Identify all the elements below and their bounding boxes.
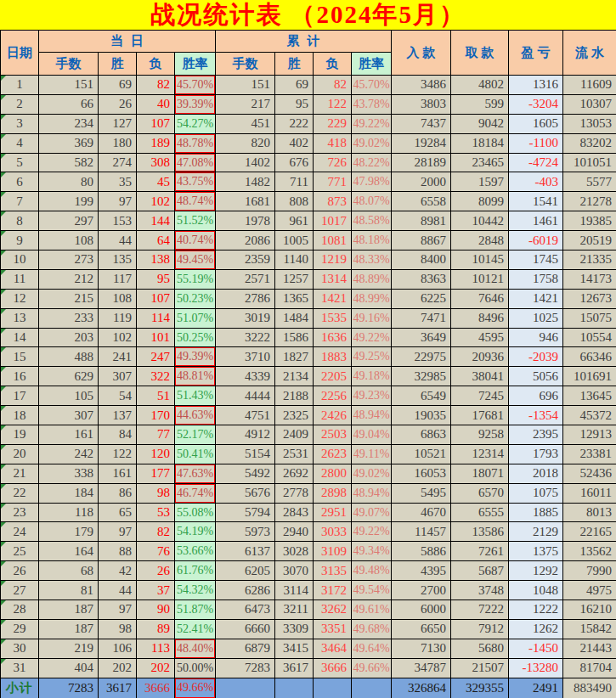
cum-hands-cell[interactable]: 6473	[216, 600, 275, 620]
daily-loss-cell[interactable]: 107	[137, 114, 175, 133]
daily-loss-cell[interactable]: 101	[137, 328, 175, 347]
cum-hands-cell[interactable]: 3019	[216, 308, 275, 328]
subtotal-turnover-cell[interactable]: 883490	[563, 678, 616, 698]
cum-rate-cell[interactable]: 48.99%	[352, 289, 392, 308]
turnover-cell[interactable]: 13562	[563, 542, 616, 561]
daily-loss-cell[interactable]: 247	[137, 347, 175, 367]
cum-loss-cell[interactable]: 1421	[314, 289, 352, 308]
cum-win-cell[interactable]: 2134	[275, 367, 314, 386]
deposit-cell[interactable]: 16053	[392, 464, 451, 483]
turnover-cell[interactable]: 101691	[563, 367, 616, 386]
subtotal-date-cell[interactable]: 小计	[1, 678, 39, 698]
pnl-cell[interactable]: 1048	[509, 581, 563, 600]
subtotal-deposit-cell[interactable]: 326864	[392, 678, 451, 698]
date-cell[interactable]: 19	[1, 425, 39, 445]
subtotal-daily-loss-cell[interactable]: 3666	[137, 678, 175, 698]
daily-rate-cell[interactable]: 54.19%	[175, 522, 216, 542]
date-cell[interactable]: 9	[1, 231, 39, 250]
daily-rate-cell[interactable]: 50.00%	[175, 658, 216, 678]
cum-rate-cell[interactable]: 48.89%	[352, 269, 392, 289]
cum-rate-cell[interactable]: 48.07%	[352, 192, 392, 211]
daily-rate-cell[interactable]: 47.63%	[175, 464, 216, 483]
cum-loss-cell[interactable]: 2951	[314, 503, 352, 522]
cum-loss-cell[interactable]: 122	[314, 94, 352, 114]
date-cell[interactable]: 1	[1, 76, 39, 95]
cum-hands-cell[interactable]: 6286	[216, 581, 275, 600]
deposit-cell[interactable]: 8400	[392, 250, 451, 270]
cum-rate-cell[interactable]: 49.04%	[352, 425, 392, 445]
daily-win-cell[interactable]: 44	[99, 231, 137, 250]
pnl-cell[interactable]: 1316	[509, 76, 563, 95]
pnl-cell[interactable]: -13280	[509, 658, 563, 678]
cum-rate-cell[interactable]: 48.33%	[352, 250, 392, 270]
cum-loss-cell[interactable]: 3351	[314, 619, 352, 639]
cum-rate-cell[interactable]: 49.22%	[352, 522, 392, 542]
daily-loss-cell[interactable]: 95	[137, 269, 175, 289]
cum-hands-cell[interactable]: 2359	[216, 250, 275, 270]
withdraw-cell[interactable]: 599	[451, 94, 509, 114]
daily-win-cell[interactable]: 180	[99, 133, 137, 153]
daily-rate-cell[interactable]: 52.41%	[175, 619, 216, 639]
cum-rate-cell[interactable]: 48.18%	[352, 231, 392, 250]
cum-rate-cell[interactable]: 47.98%	[352, 172, 392, 192]
cum-hands-cell[interactable]: 6879	[216, 639, 275, 658]
cum-rate-cell[interactable]: 49.16%	[352, 308, 392, 328]
daily-win-cell[interactable]: 97	[99, 192, 137, 211]
daily-rate-cell[interactable]: 61.76%	[175, 561, 216, 581]
cum-hands-cell[interactable]: 6205	[216, 561, 275, 581]
cum-hands-cell[interactable]: 151	[216, 76, 275, 95]
date-cell[interactable]: 4	[1, 133, 39, 153]
cum-loss-cell[interactable]: 771	[314, 172, 352, 192]
withdraw-cell[interactable]: 7646	[451, 289, 509, 308]
daily-loss-cell[interactable]: 322	[137, 367, 175, 386]
daily-hands-cell[interactable]: 81	[39, 581, 99, 600]
withdraw-cell[interactable]: 6555	[451, 503, 509, 522]
daily-rate-cell[interactable]: 51.87%	[175, 600, 216, 620]
cum-win-cell[interactable]: 1827	[275, 347, 314, 367]
daily-rate-cell[interactable]: 50.25%	[175, 328, 216, 347]
turnover-cell[interactable]: 81704	[563, 658, 616, 678]
daily-rate-cell[interactable]: 49.45%	[175, 250, 216, 270]
turnover-cell[interactable]: 10554	[563, 328, 616, 347]
turnover-cell[interactable]: 5577	[563, 172, 616, 192]
subtotal-withdraw-cell[interactable]: 329355	[451, 678, 509, 698]
pnl-cell[interactable]: -1450	[509, 639, 563, 658]
daily-loss-cell[interactable]: 138	[137, 250, 175, 270]
turnover-cell[interactable]: 10307	[563, 94, 616, 114]
cum-win-cell[interactable]: 2692	[275, 464, 314, 483]
deposit-cell[interactable]: 8867	[392, 231, 451, 250]
daily-rate-cell[interactable]: 51.07%	[175, 308, 216, 328]
daily-win-cell[interactable]: 135	[99, 250, 137, 270]
cum-hands-cell[interactable]: 820	[216, 133, 275, 153]
daily-loss-cell[interactable]: 98	[137, 483, 175, 503]
cum-hands-cell[interactable]: 5154	[216, 444, 275, 464]
cum-loss-cell[interactable]: 2800	[314, 464, 352, 483]
withdraw-cell[interactable]: 7245	[451, 386, 509, 406]
daily-hands-cell[interactable]: 369	[39, 133, 99, 153]
daily-rate-cell[interactable]: 39.39%	[175, 94, 216, 114]
cum-hands-cell[interactable]: 1402	[216, 153, 275, 172]
daily-hands-cell[interactable]: 184	[39, 483, 99, 503]
cum-rate-cell[interactable]: 49.34%	[352, 542, 392, 561]
cum-rate-cell[interactable]: 49.25%	[352, 347, 392, 367]
turnover-cell[interactable]: 21335	[563, 250, 616, 270]
deposit-cell[interactable]: 3649	[392, 328, 451, 347]
daily-loss-cell[interactable]: 90	[137, 600, 175, 620]
pnl-cell[interactable]: 1222	[509, 600, 563, 620]
daily-loss-cell[interactable]: 89	[137, 619, 175, 639]
cum-loss-cell[interactable]: 2256	[314, 386, 352, 406]
daily-hands-cell[interactable]: 203	[39, 328, 99, 347]
daily-loss-cell[interactable]: 202	[137, 658, 175, 678]
daily-rate-cell[interactable]: 55.19%	[175, 269, 216, 289]
cum-win-cell[interactable]: 69	[275, 76, 314, 95]
deposit-cell[interactable]: 4395	[392, 561, 451, 581]
turnover-cell[interactable]: 15842	[563, 619, 616, 639]
withdraw-cell[interactable]: 7261	[451, 542, 509, 561]
daily-hands-cell[interactable]: 187	[39, 619, 99, 639]
daily-win-cell[interactable]: 127	[99, 114, 137, 133]
daily-win-cell[interactable]: 44	[99, 581, 137, 600]
daily-rate-cell[interactable]: 53.66%	[175, 542, 216, 561]
cum-loss-cell[interactable]: 3033	[314, 522, 352, 542]
date-cell[interactable]: 2	[1, 94, 39, 114]
daily-win-cell[interactable]: 106	[99, 639, 137, 658]
